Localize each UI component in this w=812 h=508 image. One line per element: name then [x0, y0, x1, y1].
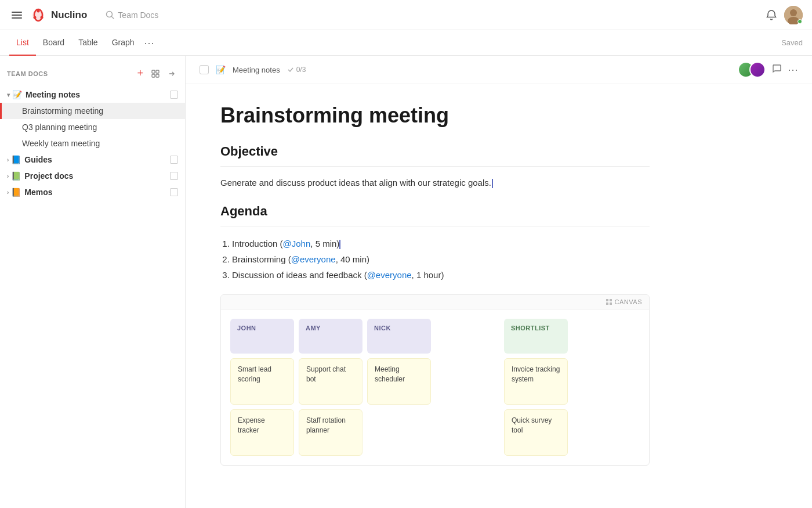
col-amy-label: AMY: [306, 325, 321, 332]
svg-rect-10: [152, 70, 155, 73]
agenda-item-2-text: Brainstorming (: [232, 254, 291, 264]
app-name: Nuclino: [51, 9, 87, 21]
collaborator-avatar-2: [749, 62, 766, 78]
comment-button[interactable]: [771, 63, 782, 76]
kanban-card-support-chat: Support chat bot: [299, 358, 362, 405]
sidebar-actions: +: [135, 66, 178, 81]
memos-checkbox[interactable]: [170, 188, 178, 196]
user-avatar[interactable]: [784, 6, 803, 24]
meeting-notes-icon: 📝: [12, 90, 22, 99]
doc-checkbox[interactable]: [200, 65, 209, 74]
memos-icon: 📙: [11, 188, 21, 197]
objective-text: Generate and discuss product ideas that …: [220, 178, 491, 188]
sidebar-item-weekly-team[interactable]: Weekly team meeting: [0, 135, 185, 152]
tab-board[interactable]: Board: [36, 31, 71, 56]
topbar-left: Nuclino Team Docs: [9, 6, 158, 24]
objective-divider: [220, 166, 650, 167]
svg-rect-15: [606, 299, 608, 301]
breadcrumb-icon: 📝: [216, 65, 226, 74]
memos-label: Memos: [24, 188, 170, 197]
more-options-button[interactable]: ⋯: [788, 63, 798, 76]
meeting-notes-label: Meeting notes: [26, 90, 170, 99]
topbar: Nuclino Team Docs: [0, 0, 812, 30]
cursor-2: [339, 240, 340, 249]
checklist-icon: [287, 66, 294, 73]
sidebar-group-memos: › 📙 Memos: [0, 184, 185, 200]
kanban-card-expense: Expense tracker: [230, 409, 294, 456]
sidebar-expand-button[interactable]: [149, 69, 162, 79]
sidebar-group-header-project-docs[interactable]: › 📗 Project docs: [0, 168, 185, 184]
kanban-card-smart-lead: Smart lead scoring: [230, 358, 294, 405]
svg-rect-13: [156, 74, 159, 77]
chevron-right-icon-3: ›: [7, 189, 9, 196]
search-icon: [106, 10, 114, 19]
brainstorming-label: Brainstorming meeting: [22, 106, 103, 116]
canvas-label: CANVAS: [606, 298, 642, 305]
kanban-col-shortlist: SHORTLIST: [504, 319, 568, 354]
tab-table[interactable]: Table: [71, 31, 104, 56]
kanban-card-staff-rotation: Staff rotation planner: [299, 409, 362, 456]
svg-rect-18: [610, 302, 612, 305]
sidebar-group-header-memos[interactable]: › 📙 Memos: [0, 184, 185, 200]
mention-everyone-2: @everyone: [367, 270, 412, 280]
main-layout: TEAM DOCS + ▾ 📝 Meeting notes Brainstorm…: [0, 56, 812, 508]
svg-rect-11: [156, 70, 159, 73]
project-docs-checkbox[interactable]: [170, 172, 178, 180]
sidebar-item-q3-planning[interactable]: Q3 planning meeting: [0, 119, 185, 135]
tab-list[interactable]: List: [9, 31, 36, 56]
document-body: Brainstorming meeting Objective Generate…: [186, 84, 684, 503]
hamburger-button[interactable]: [9, 9, 24, 21]
search-bar[interactable]: Team Docs: [106, 10, 158, 20]
chevron-down-icon: ▾: [7, 92, 10, 98]
breadcrumb-label[interactable]: Meeting notes: [233, 66, 280, 74]
agenda-divider: [220, 226, 650, 226]
meeting-notes-checkbox[interactable]: [170, 91, 178, 99]
kanban-card-empty-3: [436, 409, 499, 456]
agenda-list: Introduction (@John, 5 min) Brainstormin…: [220, 236, 650, 283]
objective-body: Generate and discuss product ideas that …: [220, 176, 650, 190]
col-nick-label: NICK: [374, 325, 391, 332]
logo-area: Nuclino: [29, 6, 87, 24]
sidebar-group-header-meeting-notes[interactable]: ▾ 📝 Meeting notes: [0, 87, 185, 103]
content-breadcrumb: 📝 Meeting notes 0/3: [200, 65, 306, 74]
sidebar: TEAM DOCS + ▾ 📝 Meeting notes Brainstorm…: [0, 56, 186, 508]
document-title: Brainstorming meeting: [220, 103, 650, 128]
sidebar-add-button[interactable]: +: [135, 66, 146, 81]
project-docs-label: Project docs: [24, 171, 170, 181]
guides-checkbox[interactable]: [170, 156, 178, 164]
svg-point-2: [37, 9, 40, 12]
kanban-card-empty-1: [436, 358, 499, 405]
card-invoice-text: Invoice tracking system: [512, 365, 560, 383]
col-shortlist-label: SHORTLIST: [511, 325, 550, 332]
notification-bell-icon[interactable]: [766, 9, 777, 21]
sidebar-group-guides: › 📘 Guides: [0, 152, 185, 168]
collaborators-avatars: [738, 62, 766, 78]
kanban-col-amy: AMY: [299, 319, 362, 354]
tab-graph[interactable]: Graph: [105, 31, 142, 56]
project-docs-icon: 📗: [11, 171, 21, 181]
tab-more-button[interactable]: ⋯: [144, 37, 154, 49]
svg-rect-16: [610, 299, 612, 301]
saved-status: Saved: [781, 38, 803, 47]
mention-everyone-1: @everyone: [291, 254, 336, 264]
sidebar-collapse-button[interactable]: [165, 69, 178, 79]
sidebar-title: TEAM DOCS: [7, 70, 48, 77]
svg-point-4: [41, 16, 44, 19]
objective-heading: Objective: [220, 144, 650, 159]
kanban-board: JOHN AMY NICK SHORTLIST: [230, 319, 640, 456]
kanban-col-empty: [436, 319, 499, 354]
checklist-count: 0/3: [296, 66, 306, 74]
guides-label: Guides: [24, 155, 170, 164]
sidebar-group-header-guides[interactable]: › 📘 Guides: [0, 152, 185, 168]
canvas-header: CANVAS: [221, 295, 649, 309]
agenda-item-1-suffix: , 5 min): [310, 239, 339, 248]
card-smart-lead-text: Smart lead scoring: [238, 365, 271, 383]
sidebar-group-project-docs: › 📗 Project docs: [0, 168, 185, 184]
guides-icon: 📘: [11, 155, 21, 164]
canvas-body: JOHN AMY NICK SHORTLIST: [221, 309, 649, 465]
card-quick-survey-text: Quick survey tool: [512, 416, 552, 434]
svg-point-3: [34, 16, 37, 19]
canvas-icon: [606, 298, 612, 305]
svg-point-8: [790, 9, 797, 16]
sidebar-item-brainstorming[interactable]: Brainstorming meeting: [0, 103, 185, 119]
